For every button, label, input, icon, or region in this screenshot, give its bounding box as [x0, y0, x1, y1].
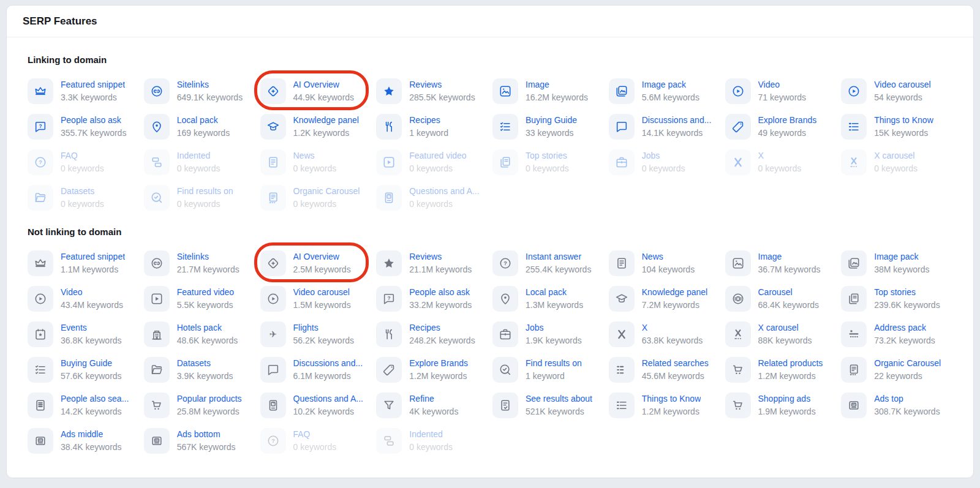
feature-link[interactable]: Questions and A... [409, 185, 479, 198]
feature-item-hotels-pack[interactable]: Hotels pack48.6K keywords [144, 321, 255, 347]
feature-link[interactable]: Things to Know [642, 392, 701, 405]
feature-link[interactable]: Recipes [409, 321, 475, 334]
feature-item-instant-answer[interactable]: ?Instant answer255.4K keywords [492, 250, 604, 276]
feature-link[interactable]: Find results on [177, 185, 233, 198]
feature-link[interactable]: Carousel [758, 286, 820, 299]
feature-item-discussions-and[interactable]: Discussions and...6.1M keywords [260, 357, 372, 383]
feature-link[interactable]: Buying Guide [61, 357, 122, 370]
feature-item-faq[interactable]: ?FAQ0 keywords [28, 149, 139, 175]
feature-link[interactable]: Popular products [177, 392, 242, 405]
feature-item-explore-brands[interactable]: Explore Brands1.2M keywords [376, 357, 488, 383]
feature-link[interactable]: Featured video [177, 286, 234, 299]
feature-item-indented[interactable]: Indented0 keywords [144, 149, 255, 175]
feature-item-image-pack[interactable]: Image pack38M keywords [841, 250, 952, 276]
feature-item-knowledge-panel[interactable]: Knowledge panel1.2K keywords [260, 114, 372, 140]
feature-link[interactable]: People also ask [61, 114, 126, 127]
feature-item-image[interactable]: Image36.7M keywords [725, 250, 837, 276]
feature-link[interactable]: Shopping ads [758, 392, 816, 405]
feature-link[interactable]: People also ask [409, 286, 472, 299]
feature-item-ai-overview[interactable]: AI Overview44.9K keywords [260, 78, 372, 104]
feature-item-ai-overview[interactable]: AI Overview2.5M keywords [260, 250, 372, 276]
feature-link[interactable]: Discussions and... [293, 357, 363, 370]
feature-item-explore-brands[interactable]: Explore Brands49 keywords [725, 114, 837, 140]
feature-link[interactable]: Discussions and... [642, 114, 712, 127]
feature-link[interactable]: Jobs [526, 321, 582, 334]
feature-link[interactable]: X carousel [758, 321, 812, 334]
feature-link[interactable]: Organic Carousel [874, 357, 941, 370]
feature-item-x[interactable]: X63.8K keywords [609, 321, 720, 347]
feature-item-ads-middle[interactable]: ADAds middle38.4K keywords [28, 428, 139, 454]
feature-item-ads-top[interactable]: ADAds top308.7K keywords [841, 392, 952, 418]
feature-item-things-to-know[interactable]: Things to Know1.2M keywords [609, 392, 720, 418]
feature-item-news[interactable]: News0 keywords [260, 149, 372, 175]
feature-link[interactable]: Image pack [874, 250, 929, 263]
feature-item-top-stories[interactable]: Top stories239.6K keywords [841, 286, 952, 312]
feature-item-sitelinks[interactable]: Sitelinks21.7M keywords [144, 250, 255, 276]
feature-item-video-carousel[interactable]: Video carousel54 keywords [841, 78, 952, 104]
feature-link[interactable]: Jobs [642, 149, 685, 162]
feature-item-image-pack[interactable]: Image pack5.6M keywords [609, 78, 720, 104]
feature-link[interactable]: Questions and A... [293, 392, 363, 405]
feature-link[interactable]: News [293, 149, 337, 162]
feature-item-questions-and-a[interactable]: ?Questions and A...0 keywords [376, 185, 488, 211]
feature-item-image[interactable]: Image16.2M keywords [492, 78, 604, 104]
feature-link[interactable]: Sitelinks [177, 78, 243, 91]
feature-item-featured-snippet[interactable]: Featured snippet3.3K keywords [28, 78, 139, 104]
feature-item-faq[interactable]: ?FAQ0 keywords [260, 428, 372, 454]
feature-link[interactable]: Knowledge panel [293, 114, 359, 127]
feature-link[interactable]: Explore Brands [758, 114, 817, 127]
feature-item-organic-carousel[interactable]: Organic Carousel0 keywords [260, 185, 372, 211]
feature-item-buying-guide[interactable]: Buying Guide33 keywords [492, 114, 604, 140]
feature-link[interactable]: Video [61, 286, 123, 299]
feature-link[interactable]: Video [758, 78, 807, 91]
feature-link[interactable]: Reviews [409, 250, 472, 263]
feature-link[interactable]: Top stories [526, 149, 569, 162]
feature-item-related-products[interactable]: Related products1.2M keywords [725, 357, 837, 383]
feature-item-flights[interactable]: ✈Flights56.2K keywords [260, 321, 372, 347]
feature-link[interactable]: Related searches [642, 357, 709, 370]
feature-item-jobs[interactable]: Jobs0 keywords [609, 149, 720, 175]
feature-link[interactable]: Address pack [874, 321, 935, 334]
feature-link[interactable]: Sitelinks [177, 250, 239, 263]
feature-link[interactable]: AI Overview [293, 78, 355, 91]
feature-link[interactable]: Indented [177, 149, 221, 162]
feature-link[interactable]: Find results on [526, 357, 582, 370]
feature-item-local-pack[interactable]: Local pack169 keywords [144, 114, 255, 140]
feature-link[interactable]: Featured snippet [61, 78, 125, 91]
feature-link[interactable]: Ads bottom [177, 428, 236, 441]
feature-link[interactable]: Flights [293, 321, 355, 334]
feature-item-find-results-on[interactable]: Find results on0 keywords [144, 185, 255, 211]
feature-link[interactable]: Top stories [874, 286, 940, 299]
feature-item-things-to-know[interactable]: Things to Know15K keywords [841, 114, 952, 140]
feature-link[interactable]: FAQ [61, 149, 104, 162]
feature-item-popular-products[interactable]: Popular products25.8M keywords [144, 392, 255, 418]
feature-link[interactable]: AI Overview [293, 250, 351, 263]
feature-item-buying-guide[interactable]: Buying Guide57.6K keywords [28, 357, 139, 383]
feature-item-find-results-on[interactable]: Find results on1 keyword [492, 357, 604, 383]
feature-item-featured-snippet[interactable]: Featured snippet1.1M keywords [28, 250, 139, 276]
feature-item-address-pack[interactable]: Address pack73.2K keywords [841, 321, 952, 347]
feature-item-news[interactable]: News104 keywords [609, 250, 720, 276]
feature-item-shopping-ads[interactable]: Shopping ads1.9M keywords [725, 392, 837, 418]
feature-item-x-carousel[interactable]: X carousel88K keywords [725, 321, 837, 347]
feature-link[interactable]: Recipes [409, 114, 448, 127]
feature-item-featured-video[interactable]: Featured video0 keywords [376, 149, 488, 175]
feature-item-x[interactable]: X0 keywords [725, 149, 837, 175]
feature-item-jobs[interactable]: Jobs1.9K keywords [492, 321, 604, 347]
feature-link[interactable]: Hotels pack [177, 321, 238, 334]
feature-link[interactable]: Organic Carousel [293, 185, 360, 198]
feature-item-video[interactable]: Video71 keywords [725, 78, 837, 104]
feature-link[interactable]: X carousel [874, 149, 918, 162]
feature-item-ads-bottom[interactable]: ADAds bottom567K keywords [144, 428, 255, 454]
feature-link[interactable]: Things to Know [874, 114, 933, 127]
feature-item-video[interactable]: Video43.4M keywords [28, 286, 139, 312]
feature-item-questions-and-a[interactable]: ?Questions and A...10.2K keywords [260, 392, 372, 418]
feature-item-organic-carousel[interactable]: Organic Carousel22 keywords [841, 357, 952, 383]
feature-item-top-stories[interactable]: Top stories0 keywords [492, 149, 604, 175]
feature-link[interactable]: Refine [409, 392, 458, 405]
feature-link[interactable]: Events [61, 321, 122, 334]
feature-item-datasets[interactable]: Datasets3.9K keywords [144, 357, 255, 383]
feature-link[interactable]: Ads top [874, 392, 940, 405]
feature-link[interactable]: Reviews [409, 78, 475, 91]
feature-link[interactable]: Image [758, 250, 821, 263]
